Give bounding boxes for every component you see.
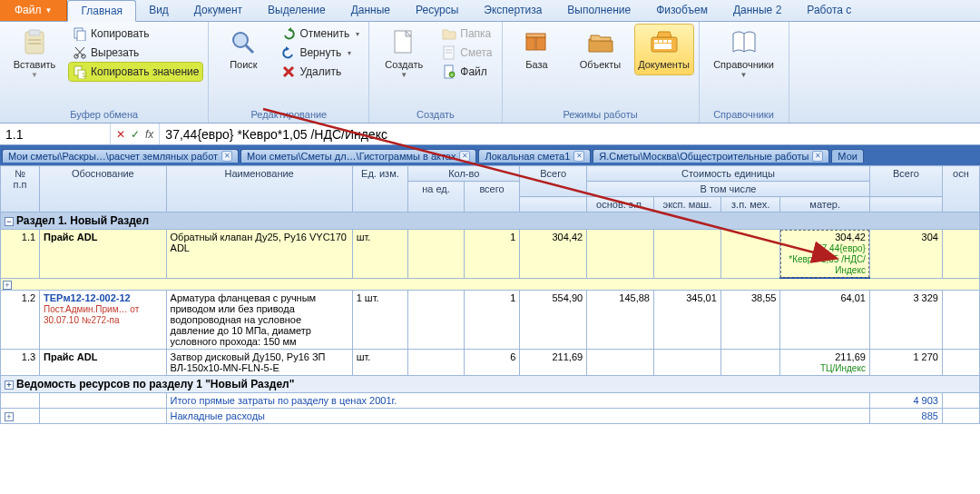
col-vtom[interactable]: В том числе bbox=[587, 182, 870, 197]
col-naim[interactable]: Наименование bbox=[166, 166, 352, 212]
delete-button[interactable]: Удалить bbox=[278, 63, 363, 81]
accept-formula-icon[interactable]: ✓ bbox=[131, 128, 140, 141]
cell-naim[interactable]: Арматура фланцевая с ручным приводом или… bbox=[166, 291, 352, 350]
cell[interactable] bbox=[720, 350, 780, 376]
cell[interactable] bbox=[720, 230, 780, 279]
tab-workwith[interactable]: Работа с bbox=[794, 0, 864, 21]
cell-num[interactable]: 1.1 bbox=[1, 230, 40, 279]
cell[interactable]: 3 329 bbox=[869, 291, 942, 350]
tab-data2[interactable]: Данные 2 bbox=[720, 0, 794, 21]
cell[interactable]: 345,01 bbox=[653, 291, 720, 350]
col-kolvo[interactable]: Кол-во bbox=[408, 166, 520, 182]
cell[interactable]: 304,42 bbox=[520, 230, 587, 279]
cell[interactable] bbox=[587, 350, 654, 376]
cell-naim[interactable]: Обратный клапан Ду25, Ру16 VYC170 ADL bbox=[166, 230, 352, 279]
table-row[interactable]: 1.1 Прайс ADL Обратный клапан Ду25, Ру16… bbox=[1, 230, 980, 279]
tab-resources[interactable]: Ресурсы bbox=[403, 0, 471, 21]
create-folder-button[interactable]: Папка bbox=[438, 25, 495, 43]
expand-icon[interactable]: + bbox=[5, 412, 14, 421]
col-zpmeh[interactable]: з.п. мех. bbox=[720, 197, 780, 212]
cell[interactable] bbox=[942, 291, 979, 350]
col-mater[interactable]: матер. bbox=[780, 197, 869, 212]
col-ed[interactable]: Ед. изм. bbox=[352, 166, 408, 212]
cancel-formula-icon[interactable]: ✕ bbox=[116, 128, 125, 141]
col-vsego[interactable]: Всего bbox=[520, 166, 587, 197]
copy-button[interactable]: Копировать bbox=[69, 25, 202, 43]
redo-button[interactable]: Вернуть▾ bbox=[278, 44, 363, 62]
cell-osn[interactable]: ТЕРм12-12-002-12 Пост.Админ.Прим… от 30.… bbox=[40, 291, 166, 350]
col-stoim[interactable]: Стоимость единицы bbox=[587, 166, 870, 182]
cell[interactable] bbox=[587, 230, 654, 279]
col-num[interactable]: № п.п bbox=[1, 166, 40, 212]
cell-num[interactable]: 1.2 bbox=[1, 291, 40, 350]
tab-execution[interactable]: Выполнение bbox=[554, 0, 643, 21]
tab-physvol[interactable]: Физобъем bbox=[643, 0, 720, 21]
cell[interactable]: 304 bbox=[869, 230, 942, 279]
cell[interactable]: 38,55 bbox=[720, 291, 780, 350]
active-cell[interactable]: 304,42 37,44{евро} *Кевро*1,05 /НДС/Инде… bbox=[780, 230, 869, 279]
formula-input[interactable]: 37,44{евро} *Кевро*1,05 /НДС/Индекс bbox=[160, 127, 980, 142]
create-file-button[interactable]: + Файл bbox=[438, 63, 495, 81]
section-row[interactable]: −Раздел 1. Новый Раздел bbox=[1, 212, 980, 230]
expander-row[interactable]: + bbox=[1, 278, 980, 291]
collapse-icon[interactable]: − bbox=[5, 217, 14, 226]
undo-button[interactable]: Отменить▾ bbox=[278, 25, 363, 43]
doctab-3[interactable]: Локальная смета1✕ bbox=[478, 149, 591, 163]
cell-ed[interactable]: шт. bbox=[352, 230, 408, 279]
expand-icon[interactable]: + bbox=[3, 281, 12, 290]
cell-num[interactable]: 1.3 bbox=[1, 350, 40, 376]
cell[interactable]: 1 270 bbox=[869, 350, 942, 376]
col-naed[interactable]: на ед. bbox=[408, 182, 465, 212]
cell[interactable] bbox=[408, 350, 465, 376]
total-row[interactable]: Итого прямые затраты по разделу в ценах … bbox=[1, 393, 980, 409]
cell[interactable] bbox=[653, 230, 720, 279]
cell-ed[interactable]: шт. bbox=[352, 350, 408, 376]
create-button[interactable]: Создать ▼ bbox=[375, 25, 433, 83]
cell[interactable]: 1 bbox=[464, 230, 520, 279]
cell-ed[interactable]: 1 шт. bbox=[352, 291, 408, 350]
cell[interactable] bbox=[942, 350, 979, 376]
doctab-1[interactable]: Мои сметы\Раскры…\расчет земляных работ✕ bbox=[2, 149, 239, 163]
col-vsego3[interactable]: Всего bbox=[869, 166, 942, 197]
cell[interactable]: 211,69 ТЦ/Индекс bbox=[780, 350, 869, 376]
cell[interactable] bbox=[408, 230, 465, 279]
close-icon[interactable]: ✕ bbox=[573, 151, 584, 162]
cell[interactable]: 554,90 bbox=[520, 291, 587, 350]
paste-button[interactable]: Вставить ▼ bbox=[5, 25, 64, 83]
col-eksp[interactable]: эксп. маш. bbox=[653, 197, 720, 212]
tab-main[interactable]: Главная bbox=[67, 0, 136, 22]
cell-naim[interactable]: Затвор дисковый Ду150, Ру16 ЗП ВЛ-150х10… bbox=[166, 350, 352, 376]
tab-selection[interactable]: Выделение bbox=[255, 0, 338, 21]
refs-button[interactable]: Справочники ▼ bbox=[705, 25, 783, 83]
col-osnzp[interactable]: основ. з.п. bbox=[587, 197, 654, 212]
cut-button[interactable]: Вырезать bbox=[69, 44, 202, 62]
tab-view[interactable]: Вид bbox=[136, 0, 181, 21]
cell[interactable]: 1 bbox=[464, 291, 520, 350]
tab-document[interactable]: Документ bbox=[181, 0, 255, 21]
total-row[interactable]: + Накладные расходы 885 bbox=[1, 409, 980, 424]
cell[interactable]: 6 bbox=[464, 350, 520, 376]
cell[interactable]: 211,69 bbox=[520, 350, 587, 376]
fx-icon[interactable]: fх bbox=[145, 128, 153, 141]
close-icon[interactable]: ✕ bbox=[812, 151, 823, 162]
col-osn[interactable]: Обоснование bbox=[40, 166, 166, 212]
objects-button[interactable]: Объекты bbox=[572, 25, 630, 74]
file-tab[interactable]: Файл ▼ bbox=[0, 0, 67, 21]
cell-osn[interactable]: Прайс ADL bbox=[40, 230, 166, 279]
doctab-5[interactable]: Мои bbox=[831, 149, 864, 163]
cell[interactable]: 145,88 bbox=[587, 291, 654, 350]
cell-reference[interactable]: 1.1 bbox=[0, 124, 111, 144]
col-osn2[interactable]: осн bbox=[942, 166, 979, 212]
expand-icon[interactable]: + bbox=[5, 380, 14, 390]
tab-expertise[interactable]: Экспертиза bbox=[471, 0, 554, 21]
search-button[interactable]: Поиск bbox=[214, 25, 272, 74]
create-estimate-button[interactable]: Смета bbox=[438, 44, 495, 62]
documents-button[interactable]: Документы bbox=[635, 25, 693, 74]
cell[interactable] bbox=[408, 291, 465, 350]
doctab-2[interactable]: Мои сметы\Сметы дл…\Гистограммы в актах✕ bbox=[240, 149, 476, 163]
cell[interactable]: 64,01 bbox=[780, 291, 869, 350]
cell[interactable] bbox=[653, 350, 720, 376]
vedomost-row[interactable]: +Ведомость ресурсов по разделу 1 "Новый … bbox=[1, 376, 980, 393]
cell[interactable] bbox=[942, 230, 979, 279]
tab-data[interactable]: Данные bbox=[338, 0, 403, 21]
